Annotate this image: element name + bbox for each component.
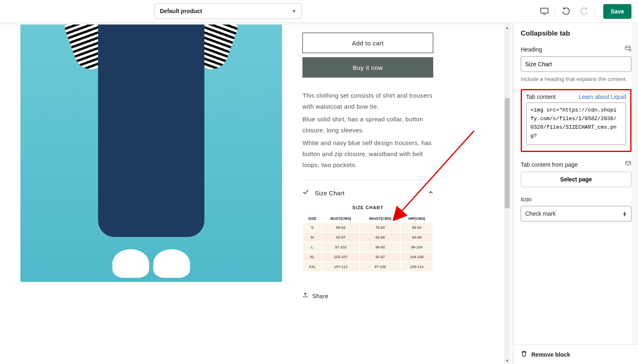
svg-point-2 [625, 46, 630, 47]
dynamic-source-icon[interactable] [625, 46, 631, 53]
size-chart-title: SIZE CHART [302, 205, 433, 210]
share-label: Share [312, 293, 329, 299]
check-mark-icon [302, 189, 309, 197]
dynamic-source-icon[interactable] [625, 161, 631, 168]
save-button[interactable]: Save [603, 4, 631, 19]
scroll-up-icon[interactable]: ▲ [504, 25, 510, 31]
settings-sidebar: Collapsible tab Heading Include a headin… [514, 23, 638, 364]
divider [595, 5, 595, 18]
desc-line: Blue solid shirt, has a spread collar, b… [302, 114, 437, 136]
tab-content-textarea[interactable] [526, 103, 626, 145]
undo-icon[interactable] [557, 2, 575, 20]
icon-label: Icon [521, 196, 631, 203]
table-row: XXL107-11297-102109-114 [303, 262, 432, 271]
size-chart-content: SIZE CHART SIZE BUST(CMS) WAIST(CMS) HIP… [302, 205, 433, 272]
tab-content-label: Tab content [526, 94, 555, 100]
icon-select-value: Check mark [525, 210, 556, 217]
th-bust: BUST(CMS) [322, 215, 360, 222]
redo-icon[interactable] [575, 2, 593, 20]
share-button[interactable]: Share [302, 293, 499, 299]
trash-icon [521, 351, 527, 358]
svg-rect-1 [543, 14, 546, 15]
tab-content-page-label: Tab content from page [521, 161, 578, 168]
collapsible-tab-title: Size Chart [315, 190, 423, 197]
top-bar: Default product ▼ Save [0, 0, 638, 23]
remove-block-button[interactable]: Remove block [514, 344, 638, 364]
scroll-thumb[interactable] [505, 98, 510, 208]
chevron-up-icon [428, 189, 433, 197]
th-hip: HIP(CMS) [401, 215, 432, 222]
preview-scrollbar[interactable]: ▲ ▼ [504, 25, 510, 364]
remove-block-label: Remove block [531, 351, 570, 358]
desc-line: White and navy blue self design trousers… [302, 137, 437, 170]
th-size: SIZE [303, 215, 321, 222]
svg-point-4 [626, 161, 631, 163]
table-row: L97-10286-9299-104 [303, 243, 432, 252]
share-icon [302, 293, 308, 299]
select-page-button[interactable]: Select page [521, 172, 631, 187]
th-waist: WAIST(CMS) [360, 215, 400, 222]
scroll-down-icon[interactable]: ▼ [504, 357, 510, 364]
caret-down-icon: ▼ [292, 9, 296, 13]
table-row: M92-9782-8694-99 [303, 233, 432, 242]
heading-input[interactable] [521, 56, 631, 72]
product-image [20, 25, 282, 282]
size-chart-table: SIZE BUST(CMS) WAIST(CMS) HIP(CMS) S86-9… [302, 214, 433, 272]
buy-now-button[interactable]: Buy it now [302, 57, 433, 78]
select-updown-icon: ▲▼ [622, 211, 627, 217]
desktop-view-icon[interactable] [535, 2, 553, 20]
heading-help-text: Include a heading that explains the cont… [521, 75, 631, 83]
preview-pane: Add to cart Buy it now This clothing set… [0, 25, 511, 364]
tab-content-highlighted-section: Tab content Learn about Liquid [521, 89, 631, 152]
desc-line: This clothing set consists of shirt and … [302, 90, 437, 112]
sidebar-title: Collapsible tab [521, 29, 631, 38]
sidebar-scrollbar[interactable] [631, 23, 638, 344]
table-row: XL102-10792-97104-109 [303, 252, 432, 261]
product-description: This clothing set consists of shirt and … [302, 90, 437, 170]
table-row: S86-9276-8289-94 [303, 223, 432, 232]
heading-label: Heading [521, 46, 542, 53]
product-selector[interactable]: Default product ▼ [154, 3, 302, 19]
topbar-actions: Save [535, 2, 631, 20]
add-to-cart-button[interactable]: Add to cart [302, 33, 433, 53]
learn-liquid-link[interactable]: Learn about Liquid [579, 94, 626, 100]
collapsible-tab-size-chart[interactable]: Size Chart [302, 180, 433, 205]
product-details: Add to cart Buy it now This clothing set… [302, 25, 499, 364]
main-area: Add to cart Buy it now This clothing set… [0, 23, 638, 364]
product-selector-label: Default product [160, 8, 202, 14]
icon-select[interactable]: Check mark ▲▼ [521, 206, 631, 221]
divider [555, 5, 555, 18]
svg-rect-0 [541, 8, 548, 13]
